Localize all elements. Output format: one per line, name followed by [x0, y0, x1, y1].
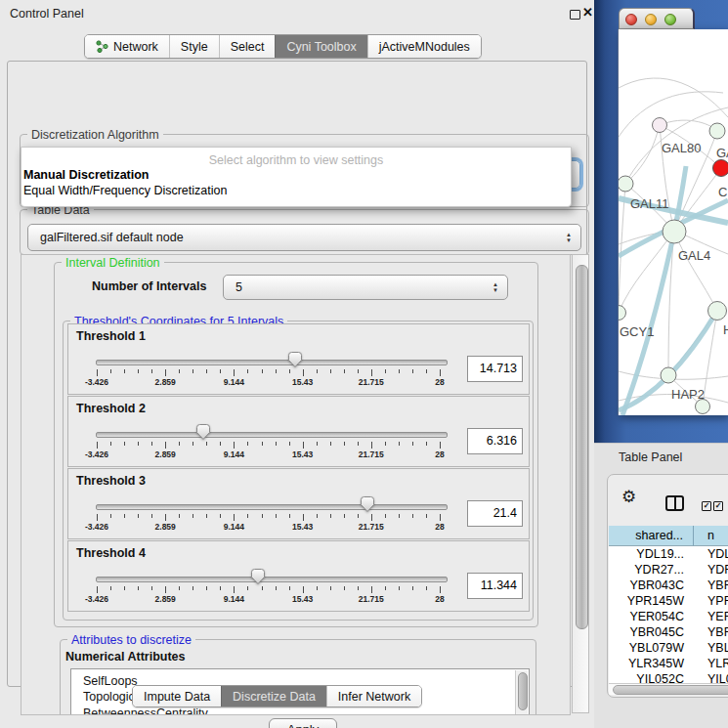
- network-window-titlebar[interactable]: [619, 8, 695, 29]
- tick-mark: [276, 586, 277, 590]
- vertical-scrollbar[interactable]: [572, 254, 589, 713]
- slider-track[interactable]: [96, 360, 448, 365]
- split-columns-icon[interactable]: [665, 495, 684, 511]
- tab-network[interactable]: Network: [85, 35, 169, 58]
- node[interactable]: [708, 302, 727, 321]
- tick-mark: [371, 514, 372, 521]
- node[interactable]: [619, 176, 633, 192]
- threshold-value-field[interactable]: 6.316: [467, 428, 523, 454]
- right-region: GAL80 GA C GAL11 GAL4 GCY1 H HAP2 Table …: [594, 0, 728, 728]
- scrollbar-thumb[interactable]: [518, 672, 528, 710]
- tab-select[interactable]: Select: [219, 35, 276, 58]
- tab-jactivemnodules[interactable]: jActiveMNodules: [367, 35, 481, 58]
- slider-track[interactable]: [96, 432, 448, 438]
- algorithm-dropdown-popup: Select algorithm to view settings Manual…: [21, 147, 572, 207]
- node-label: HAP2: [671, 387, 705, 402]
- tick-mark: [330, 514, 331, 518]
- tab-impute-data[interactable]: Impute Data: [133, 686, 221, 707]
- tick-mark: [220, 442, 221, 446]
- node[interactable]: [653, 118, 667, 133]
- tick-mark: [124, 442, 125, 446]
- table-data-combo[interactable]: galFiltered.sif default node ▲▼: [27, 224, 581, 251]
- table-row[interactable]: YBR043CYBR0: [609, 578, 728, 593]
- tick-label: 15.43: [292, 522, 313, 532]
- tick-mark: [330, 442, 331, 446]
- tick-mark: [426, 442, 427, 446]
- node-label: GA: [716, 146, 728, 160]
- window-title: Control Panel: [10, 7, 84, 21]
- tick-mark: [440, 514, 441, 521]
- tick-label: 21.715: [359, 522, 384, 532]
- node[interactable]: [709, 123, 725, 139]
- table-row[interactable]: YER054CYER0: [609, 609, 728, 624]
- control-panel-window: Control Panel ✕ NetworkStyleSelectCyni T…: [0, 0, 595, 728]
- tab-label: Select: [231, 40, 265, 54]
- threshold-label: Threshold 2: [76, 402, 146, 415]
- tick-mark: [110, 442, 111, 446]
- table-row[interactable]: YBR045CYBR0: [609, 624, 728, 640]
- slider-thumb[interactable]: [195, 423, 211, 441]
- gear-icon[interactable]: ⚙: [621, 487, 636, 507]
- tab-infer-network[interactable]: Infer Network: [326, 686, 421, 707]
- network-canvas[interactable]: GAL80 GA C GAL11 GAL4 GCY1 H HAP2: [619, 29, 728, 415]
- tick-mark: [371, 586, 372, 593]
- tick-mark: [165, 442, 166, 449]
- group-title: Attributes to discretize: [67, 633, 195, 647]
- close-traffic-light-icon[interactable]: [625, 14, 637, 25]
- slider-track[interactable]: [96, 577, 448, 582]
- float-window-icon[interactable]: [570, 10, 580, 20]
- table-panel-region: Table Panel ⚙ ✓ ✓ shared... n YDL19...YD…: [594, 443, 728, 728]
- popup-items: Manual DiscretizationEqual Width/Frequen…: [21, 168, 571, 198]
- slider-thumb[interactable]: [360, 495, 375, 513]
- threshold-value-field[interactable]: 14.713: [467, 356, 523, 382]
- node[interactable]: [663, 220, 686, 243]
- popup-item[interactable]: Manual Discretization: [21, 168, 571, 184]
- apply-button[interactable]: Apply: [269, 718, 337, 728]
- slider-track[interactable]: [96, 504, 448, 510]
- threshold-value-field[interactable]: 21.4: [467, 500, 523, 527]
- tick-mark: [138, 369, 139, 373]
- tick-mark: [440, 442, 441, 449]
- table-row[interactable]: YDR27...YDR2: [609, 562, 728, 578]
- list-scrollbar[interactable]: [515, 670, 528, 715]
- zoom-traffic-light-icon[interactable]: [664, 14, 676, 25]
- tab-cyni-toolbox[interactable]: Cyni Toolbox: [275, 35, 366, 58]
- column-header[interactable]: n: [694, 526, 728, 546]
- scrollbar-thumb[interactable]: [613, 685, 728, 695]
- table-row[interactable]: YIL052CYIL0: [609, 671, 728, 683]
- table-row[interactable]: YBL079WYBL0: [609, 640, 728, 656]
- horizontal-scrollbar[interactable]: [609, 683, 728, 695]
- tab-label: Impute Data: [144, 690, 210, 704]
- column-header[interactable]: shared...: [609, 526, 694, 546]
- checkbox-icon[interactable]: ✓: [713, 501, 723, 511]
- minimize-traffic-light-icon[interactable]: [645, 14, 657, 25]
- tick-mark: [234, 369, 235, 376]
- node[interactable]: [619, 306, 626, 321]
- node[interactable]: [661, 367, 676, 383]
- table-row[interactable]: YPR145WYPR1: [609, 593, 728, 609]
- tick-label: 9.144: [224, 450, 244, 459]
- tick-mark: [303, 369, 304, 376]
- tick-label: 2.859: [155, 450, 176, 459]
- slider-thumb[interactable]: [287, 351, 303, 368]
- tick-mark: [344, 586, 345, 590]
- tick-mark: [358, 442, 359, 446]
- tab-discretize-data[interactable]: Discretize Data: [221, 686, 326, 707]
- popup-item[interactable]: Equal Width/Frequency Discretization: [21, 184, 571, 199]
- tick-mark: [426, 586, 427, 590]
- checkbox-icon[interactable]: ✓: [702, 501, 711, 511]
- tick-mark: [110, 369, 111, 373]
- tick-mark: [303, 514, 304, 521]
- close-icon[interactable]: ✕: [582, 5, 593, 20]
- tab-style[interactable]: Style: [169, 35, 219, 58]
- table-row[interactable]: YLR345WYLR3: [609, 656, 728, 671]
- table-row[interactable]: YDL19...YDL1: [609, 546, 728, 562]
- tick-mark: [179, 514, 180, 518]
- node-label: C: [718, 185, 727, 199]
- scrollbar-thumb[interactable]: [576, 265, 588, 629]
- num-intervals-combo[interactable]: 5 ▲▼: [223, 275, 508, 300]
- threshold-value-field[interactable]: 11.344: [467, 573, 523, 599]
- node[interactable]: [713, 160, 728, 177]
- slider-thumb[interactable]: [250, 568, 266, 585]
- tick-mark: [97, 369, 98, 376]
